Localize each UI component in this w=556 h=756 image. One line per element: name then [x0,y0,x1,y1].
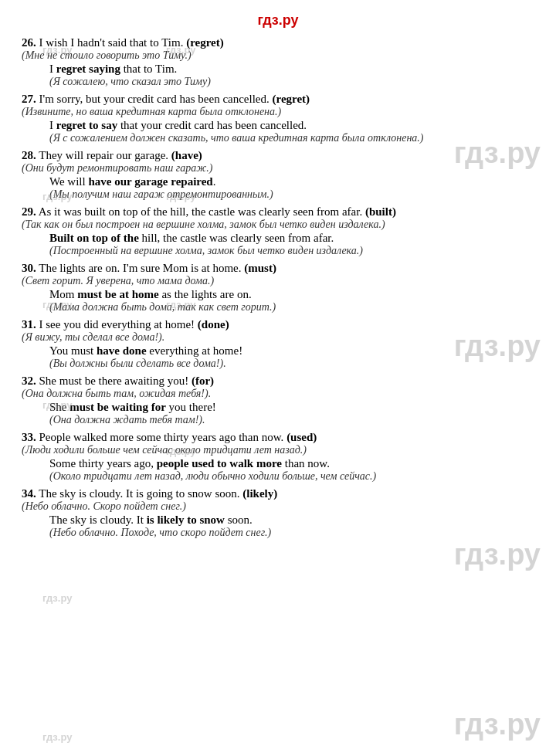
exercise-27-answer-translation: (Я с сожалением должен сказать, что ваша… [49,132,534,144]
exercise-26-translation: (Мне не стоило говорить это Тиму.) [22,49,534,62]
exercise-34-text: The sky is cloudy. It is going to snow s… [36,487,278,500]
exercise-27: 27. I'm sorry, but your credit card has … [22,93,534,144]
exercise-33-text: People walked more some thirty years ago… [36,431,317,443]
exercise-28-number: 28. [22,149,36,161]
exercise-30: 30. The lights are on. I'm sure Mom is a… [22,262,534,314]
wm12: гдз.ру [42,592,72,604]
exercise-29-main: 29. As it was built on top of the hill, … [22,205,534,219]
exercise-29-answer: Built on top of the hill, the castle was… [49,232,534,245]
exercise-26-answer: I regret saying that to Tim. [49,63,534,76]
exercise-34-answer: The sky is cloudy. It is likely to snow … [49,514,534,527]
exercise-28-answer-translation: (Мы получим наш гараж отремонтированным.… [49,188,534,201]
wm14: гдз.ру [42,731,72,743]
exercise-27-text: I'm sorry, but your credit card has been… [36,93,310,105]
exercise-34-answer-translation: (Небо облачно. Походе, что скоро пойдет … [49,527,534,539]
exercise-34: 34. The sky is cloudy. It is going to sn… [22,487,534,539]
exercise-28-main: 28. They will repair our garage. (have) [22,149,534,162]
exercise-26-text: I wish I hadn't said that to Tim. (regre… [36,36,224,49]
exercise-30-number: 30. [22,262,36,274]
exercise-33-translation: (Люди ходили больше чем сейчас около три… [22,444,534,456]
exercise-31-answer: You must have done everything at home! [49,344,534,358]
exercise-34-main: 34. The sky is cloudy. It is going to sn… [22,487,534,500]
exercise-34-number: 34. [22,487,36,500]
main-content: гдз.ру гдз.ру гдз.ру гдз.ру гдз.ру гдз.р… [0,36,556,539]
exercise-31-main: 31. I see you did everything at home! (d… [22,318,534,331]
exercise-29: 29. As it was built on top of the hill, … [22,205,534,257]
exercise-32-text: She must be there awaiting you! (for) [36,375,214,387]
exercise-30-text: The lights are on. I'm sure Mom is at ho… [36,262,276,274]
exercise-27-main: 27. I'm sorry, but your credit card has … [22,93,534,106]
exercise-32-answer-translation: (Она должна ждать тебя там!). [49,414,534,426]
exercise-26-main: 26. I wish I hadn't said that to Tim. (r… [22,36,534,49]
exercise-33: 33. People walked more some thirty years… [22,431,534,483]
exercise-28-answer: We will have our garage repaired. [49,175,534,188]
exercise-32-number: 32. [22,375,36,387]
exercise-31: 31. I see you did everything at home! (d… [22,318,534,370]
exercise-29-text: As it was built on top of the hill, the … [36,205,396,218]
exercise-30-translation: (Свет горит. Я уверена, что мама дома.) [22,275,534,287]
exercise-34-translation: (Небо облачно. Скоро пойдет снег.) [22,500,534,513]
exercise-33-main: 33. People walked more some thirty years… [22,431,534,444]
wm11: гдз.ру [454,538,541,571]
exercise-31-answer-translation: (Вы должны были сделать все дома!). [49,358,534,370]
exercise-33-answer: Some thirty years ago, people used to wa… [49,457,534,470]
exercise-31-text: I see you did everything at home! (done) [36,318,229,331]
exercise-27-number: 27. [22,93,36,105]
exercise-31-number: 31. [22,318,36,331]
exercise-30-main: 30. The lights are on. I'm sure Mom is a… [22,262,534,275]
exercise-29-answer-translation: (Построенный на вершине холма, замок был… [49,245,534,257]
exercise-27-answer: I regret to say that your credit card ha… [49,119,534,132]
exercise-33-answer-translation: (Около тридцати лет назад, люди обычно х… [49,470,534,483]
exercise-33-number: 33. [22,431,36,443]
exercise-26: 26. I wish I hadn't said that to Tim. (r… [22,36,534,88]
exercise-29-number: 29. [22,205,36,218]
exercise-29-translation: (Так как он был построен на вершине холм… [22,219,534,231]
exercise-32-answer: She must be waiting for you there! [49,401,534,414]
wm13: гдз.ру [454,708,541,741]
exercise-32-translation: (Она должна быть там, ожидая тебя!). [22,388,534,400]
exercise-31-translation: (Я вижу, ты сделал все дома!). [22,331,534,344]
exercise-27-translation: (Извините, но ваша кредитная карта была … [22,106,534,118]
exercise-28: 28. They will repair our garage. (have) … [22,149,534,201]
exercise-30-answer: Mom must be at home as the lights are on… [49,288,534,301]
exercise-26-number: 26. [22,36,36,49]
exercise-26-answer-translation: (Я сожалею, что сказал это Тиму) [49,76,534,88]
exercise-30-answer-translation: (Мама должна быть дома, так как свет гор… [49,301,534,314]
exercise-28-text: They will repair our garage. (have) [36,149,202,161]
header-watermark: гдз.ру [0,8,556,36]
exercise-28-translation: (Они будут ремонтировать наш гараж.) [22,162,534,175]
exercise-32: 32. She must be there awaiting you! (for… [22,375,534,426]
exercise-32-main: 32. She must be there awaiting you! (for… [22,375,534,388]
